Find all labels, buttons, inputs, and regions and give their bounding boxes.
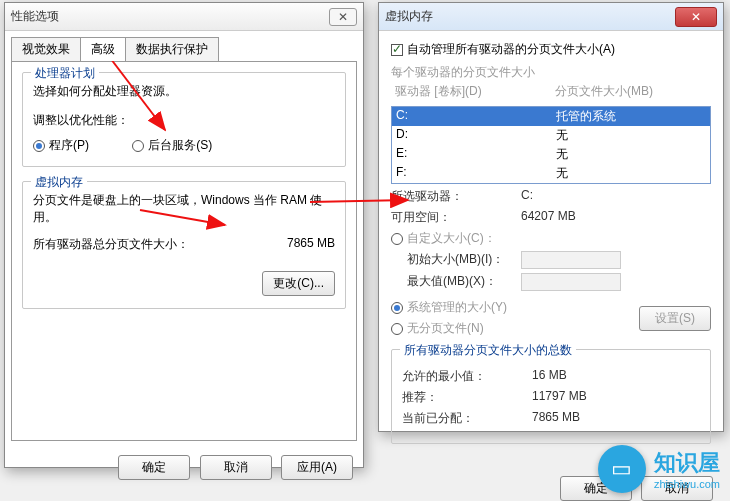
drive-list-header: 驱动器 [卷标](D) 分页文件大小(MB)	[391, 81, 711, 102]
ok-button[interactable]: 确定	[118, 455, 190, 480]
vm-desc: 分页文件是硬盘上的一块区域，Windows 当作 RAM 使用。	[33, 192, 335, 226]
selected-drive-label: 所选驱动器：	[391, 188, 521, 205]
vm-total-value: 7865 MB	[287, 236, 335, 253]
dialog-buttons: 确定 取消 应用(A)	[5, 447, 363, 488]
selected-drive-value: C:	[521, 188, 533, 205]
brand-name: 知识屋	[654, 450, 720, 475]
monitor-icon: ▭	[598, 445, 646, 493]
each-drive-label: 每个驱动器的分页文件大小	[391, 64, 711, 81]
radio-programs[interactable]: 程序(P)	[33, 138, 89, 152]
rec-value: 11797 MB	[532, 389, 587, 406]
drive-row[interactable]: E:无	[392, 145, 710, 164]
cur-value: 7865 MB	[532, 410, 580, 427]
max-size-label: 最大值(MB)(X)：	[391, 273, 521, 291]
titlebar: 虚拟内存 ✕	[379, 3, 723, 31]
radio-services[interactable]: 后台服务(S)	[132, 138, 212, 152]
cancel-button[interactable]: 取消	[200, 455, 272, 480]
tabs: 视觉效果 高级 数据执行保护	[11, 37, 357, 61]
set-button: 设置(S)	[639, 306, 711, 331]
vm-total-row: 所有驱动器总分页文件大小： 7865 MB	[33, 236, 335, 253]
virtual-memory-dialog: 虚拟内存 ✕ 自动管理所有驱动器的分页文件大小(A) 每个驱动器的分页文件大小 …	[378, 2, 724, 432]
sched-desc: 选择如何分配处理器资源。	[33, 83, 335, 100]
drive-row[interactable]: C:托管的系统	[392, 107, 710, 126]
processor-scheduling-group: 处理器计划 选择如何分配处理器资源。 调整以优化性能： 程序(P) 后台服务(S…	[22, 72, 346, 167]
group-title: 虚拟内存	[31, 174, 87, 191]
totals-group: 所有驱动器分页文件大小的总数 允许的最小值：16 MB 推荐：11797 MB …	[391, 349, 711, 444]
change-button[interactable]: 更改(C)...	[262, 271, 335, 296]
initial-size-input	[521, 251, 621, 269]
performance-options-dialog: 性能选项 ✕ 视觉效果 高级 数据执行保护 处理器计划 选择如何分配处理器资源。…	[4, 2, 364, 468]
sched-adjust: 调整以优化性能：	[33, 112, 335, 129]
dialog-title: 性能选项	[11, 8, 329, 25]
vm-total-label: 所有驱动器总分页文件大小：	[33, 236, 287, 253]
radio-icon	[33, 140, 45, 152]
avail-space-label: 可用空间：	[391, 209, 521, 226]
group-title: 所有驱动器分页文件大小的总数	[400, 342, 576, 359]
apply-button[interactable]: 应用(A)	[281, 455, 353, 480]
rec-label: 推荐：	[402, 389, 532, 406]
tab-visual-effects[interactable]: 视觉效果	[11, 37, 81, 61]
radio-icon	[132, 140, 144, 152]
tab-advanced[interactable]: 高级	[80, 37, 126, 61]
initial-size-label: 初始大小(MB)(I)：	[391, 251, 521, 269]
dialog-body: 自动管理所有驱动器的分页文件大小(A) 每个驱动器的分页文件大小 驱动器 [卷标…	[379, 31, 723, 468]
avail-space-value: 64207 MB	[521, 209, 576, 226]
auto-manage-checkbox[interactable]: 自动管理所有驱动器的分页文件大小(A)	[391, 42, 615, 56]
virtual-memory-group: 虚拟内存 分页文件是硬盘上的一块区域，Windows 当作 RAM 使用。 所有…	[22, 181, 346, 309]
titlebar: 性能选项 ✕	[5, 3, 363, 31]
close-icon[interactable]: ✕	[675, 7, 717, 27]
min-value: 16 MB	[532, 368, 567, 385]
radio-system-managed: 系统管理的大小(Y)	[391, 299, 639, 316]
tab-dep[interactable]: 数据执行保护	[125, 37, 219, 61]
watermark-logo: ▭ 知识屋 zhishiwu.com	[598, 445, 720, 493]
brand-url: zhishiwu.com	[654, 478, 720, 490]
dialog-title: 虚拟内存	[385, 8, 675, 25]
cur-label: 当前已分配：	[402, 410, 532, 427]
close-icon[interactable]: ✕	[329, 8, 357, 26]
drive-row[interactable]: F:无	[392, 164, 710, 183]
drive-row[interactable]: D:无	[392, 126, 710, 145]
max-size-input	[521, 273, 621, 291]
tab-panel-advanced: 处理器计划 选择如何分配处理器资源。 调整以优化性能： 程序(P) 后台服务(S…	[11, 61, 357, 441]
group-title: 处理器计划	[31, 65, 99, 82]
drive-list[interactable]: C:托管的系统 D:无 E:无 F:无	[391, 106, 711, 184]
radio-custom-size: 自定义大小(C)：	[391, 230, 711, 247]
radio-icon	[391, 233, 403, 245]
checkbox-icon	[391, 44, 403, 56]
radio-icon	[391, 323, 403, 335]
radio-no-paging: 无分页文件(N)	[391, 320, 639, 337]
radio-icon	[391, 302, 403, 314]
min-label: 允许的最小值：	[402, 368, 532, 385]
